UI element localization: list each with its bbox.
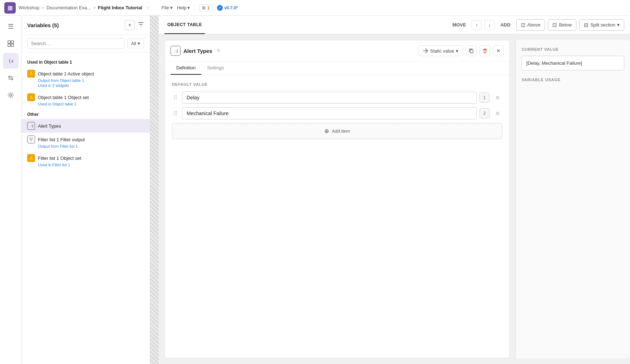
toolbar-divider bbox=[194, 4, 195, 11]
current-value-box: [Delay, Mechanical Failure] bbox=[522, 56, 624, 70]
section-header-other: Other bbox=[21, 109, 150, 119]
top-bar-actions: File ▾ Help ▾ ⊞ 1 ✓ v0.7.0* bbox=[162, 4, 238, 11]
tab-definition[interactable]: Definition bbox=[171, 62, 201, 75]
help-menu[interactable]: Help ▾ bbox=[177, 5, 190, 10]
breadcrumb: Workshop > Documentation Exa... > Flight… bbox=[19, 5, 150, 10]
static-value-arrow-icon: ▾ bbox=[456, 48, 458, 54]
var-name: Object table 1 Active object bbox=[38, 71, 94, 77]
sidebar-item-pages[interactable]: ☰ bbox=[3, 19, 19, 34]
version-badge: ✓ v0.7.0* bbox=[217, 5, 238, 11]
tab-object-table[interactable]: OBJECT TABLE bbox=[164, 16, 205, 34]
add-item-label: Add item bbox=[332, 128, 350, 134]
filter-icon[interactable] bbox=[138, 21, 144, 29]
default-value-label: DEFAULT VALUE bbox=[172, 82, 502, 87]
drag-handle-icon[interactable]: ⠿ bbox=[172, 94, 179, 101]
var-item-row: Filter list 1 Filter output bbox=[27, 136, 144, 143]
var-editor-tabs: Definition Settings bbox=[165, 62, 510, 75]
var-name: Filter list 1 Object set bbox=[38, 156, 81, 161]
below-button[interactable]: ⊡ Below bbox=[548, 19, 576, 31]
add-variable-button[interactable]: + bbox=[125, 20, 135, 30]
breadcrumb-current[interactable]: Flight Inbox Tutorial bbox=[98, 5, 142, 10]
toolbar-move-label: MOVE bbox=[449, 22, 469, 28]
delete-item-1-button[interactable]: ✕ bbox=[492, 93, 502, 103]
below-label: Below bbox=[559, 22, 571, 28]
add-item-button[interactable]: ⊕ Add item bbox=[172, 123, 502, 139]
list-item-num-2: 2 bbox=[479, 108, 489, 118]
above-icon: ⊡ bbox=[521, 22, 526, 28]
star-icon[interactable]: ☆ bbox=[146, 5, 150, 10]
above-button[interactable]: ⊡ Above bbox=[516, 19, 545, 31]
split-section-button[interactable]: ⊟ Split section ▾ bbox=[579, 19, 624, 31]
svg-rect-3 bbox=[11, 44, 14, 46]
split-arrow-icon: ▾ bbox=[617, 22, 620, 28]
list-item[interactable]: ⚠ Object table 1 Object set Used in Obje… bbox=[21, 90, 150, 109]
search-input[interactable] bbox=[27, 38, 124, 49]
list-item[interactable]: ⚠ Object table 1 Active object Output fr… bbox=[21, 67, 150, 90]
delete-button[interactable] bbox=[479, 45, 490, 56]
move-up-button[interactable]: ↑ bbox=[472, 20, 482, 30]
sidebar-item-transfer[interactable] bbox=[3, 70, 19, 86]
grid-count: 1 bbox=[207, 5, 210, 10]
var-item-row: →| Alert Types bbox=[27, 122, 144, 130]
check-icon: ✓ bbox=[217, 5, 223, 11]
icon-sidebar: ☰ {x} bbox=[0, 16, 21, 364]
close-button[interactable]: ✕ bbox=[493, 45, 504, 56]
warning-icon: ⚠ bbox=[27, 70, 35, 78]
variables-title: Variables (5) bbox=[27, 22, 122, 28]
sidebar-item-objects[interactable] bbox=[3, 36, 19, 51]
var-meta-2: Used in 2 widgets bbox=[27, 83, 144, 88]
delete-item-2-button[interactable]: ✕ bbox=[492, 108, 502, 118]
section-header-used-in-object-table: Used in Object table 1 bbox=[21, 57, 150, 67]
move-down-button[interactable]: ↓ bbox=[484, 20, 494, 30]
var-editor-name: Alert Types bbox=[183, 48, 212, 54]
edit-name-icon[interactable]: ✎ bbox=[217, 48, 221, 54]
sidebar-item-variables[interactable]: {x} bbox=[3, 53, 19, 69]
breadcrumb-project[interactable]: Documentation Exa... bbox=[46, 5, 91, 10]
var-editor-header: →| Alert Types ✎ Static value ▾ bbox=[165, 40, 510, 62]
svg-rect-0 bbox=[8, 41, 10, 43]
filter-arrow-icon: ▾ bbox=[138, 41, 140, 46]
list-item-input-2[interactable] bbox=[182, 107, 477, 119]
list-item-input-1[interactable] bbox=[182, 92, 477, 104]
file-menu[interactable]: File ▾ bbox=[162, 5, 173, 10]
object-toolbar: OBJECT TABLE MOVE ↑ ↓ ADD ⊡ Above ⊡ Belo… bbox=[159, 16, 630, 34]
add-item-icon: ⊕ bbox=[324, 128, 329, 134]
current-value-panel: CURRENT VALUE [Delay, Mechanical Failure… bbox=[516, 40, 630, 358]
var-meta: Output from Object table 1 bbox=[27, 78, 144, 83]
drag-handle-icon[interactable]: ⠿ bbox=[172, 110, 179, 117]
main-layout: ☰ {x} Variables (5) + All ▾ bbox=[0, 16, 630, 364]
variables-panel: Variables (5) + All ▾ Used in Object tab… bbox=[21, 16, 150, 364]
list-item-num-1: 1 bbox=[479, 93, 489, 103]
var-meta: Output from Filter list 1 bbox=[27, 144, 144, 148]
var-editor-type-icon: →| bbox=[171, 46, 181, 56]
version-text: v0.7.0* bbox=[224, 5, 238, 10]
variables-header: Variables (5) + bbox=[21, 16, 150, 35]
var-meta: Used in Object table 1 bbox=[27, 102, 144, 106]
list-item[interactable]: Filter list 1 Filter output Output from … bbox=[21, 133, 150, 151]
add-label: ADD bbox=[497, 22, 513, 28]
list-item-row: ⠿ 1 ✕ bbox=[172, 92, 502, 104]
tab-settings[interactable]: Settings bbox=[201, 62, 230, 75]
filter-label: All bbox=[131, 41, 136, 46]
variables-list: Used in Object table 1 ⚠ Object table 1 … bbox=[21, 53, 150, 364]
var-item-row: ⚠ Object table 1 Active object bbox=[27, 70, 144, 78]
top-bar: ▦ Workshop > Documentation Exa... > Flig… bbox=[0, 0, 630, 16]
svg-rect-1 bbox=[11, 41, 14, 43]
var-editor-body: DEFAULT VALUE ⠿ 1 ✕ ⠿ 2 ✕ bbox=[165, 75, 510, 358]
variable-usage-label: VARIABLE USAGE bbox=[522, 78, 624, 82]
grid-badge[interactable]: ⊞ 1 bbox=[199, 4, 213, 11]
main-content: OBJECT TABLE MOVE ↑ ↓ ADD ⊡ Above ⊡ Belo… bbox=[159, 16, 630, 364]
split-label: Split section bbox=[590, 22, 615, 28]
search-bar: All ▾ bbox=[21, 35, 150, 53]
filter-var-icon bbox=[27, 136, 35, 143]
list-item[interactable]: →| Alert Types bbox=[21, 119, 150, 133]
breadcrumb-workshop[interactable]: Workshop bbox=[19, 5, 39, 10]
var-name: Alert Types bbox=[38, 123, 61, 129]
static-value-button[interactable]: Static value ▾ bbox=[418, 45, 463, 56]
sidebar-item-settings[interactable] bbox=[3, 87, 19, 103]
copy-button[interactable] bbox=[466, 45, 477, 56]
list-item[interactable]: ⚠ Filter list 1 Object set Used in Filte… bbox=[21, 151, 150, 170]
var-meta: Used in Filter list 1 bbox=[27, 163, 144, 167]
var-name: Filter list 1 Filter output bbox=[38, 137, 85, 142]
search-filter-button[interactable]: All ▾ bbox=[127, 39, 144, 48]
